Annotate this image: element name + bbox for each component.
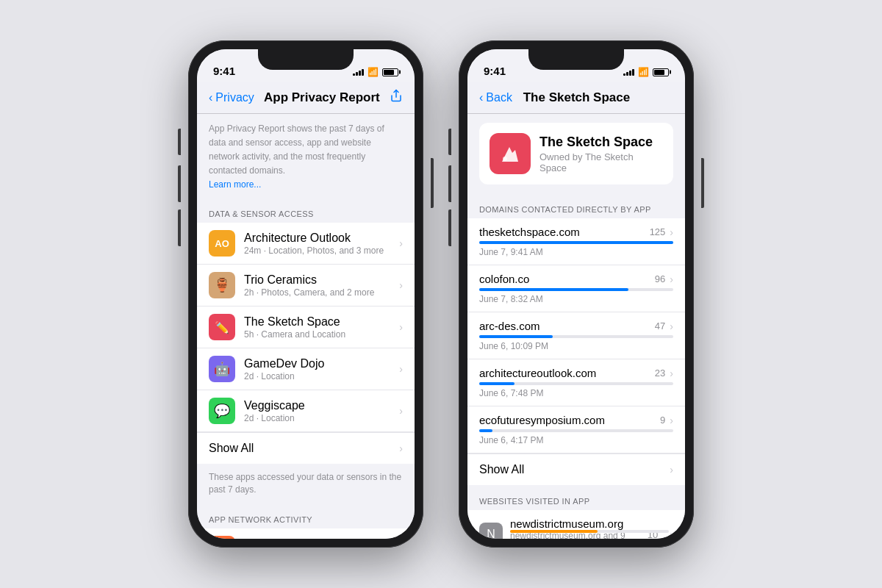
app-info-gamedev: GameDev Dojo 2d · Location [244,357,399,381]
chevron-d1: › [670,273,673,285]
domain-bar-0 [479,241,673,244]
app-icon-gamedev: 🤖 [209,356,235,382]
app-icon-veggi: 💬 [209,398,235,424]
scene: 9:41 📶 ‹ Pri [188,40,694,548]
domain-count-4: 9 [660,415,665,426]
status-time-right: 9:41 [484,65,506,77]
chevron-gamedev: › [399,363,403,375]
website-text-ndm: newdistrictmuseum.org newdistrictmuseum.… [510,517,640,539]
battery-icon-r [653,68,669,76]
app-icon-ndm: NM [209,536,235,539]
share-button[interactable] [390,89,403,106]
domains-list: thesketchspace.com 125 › June 7, 9:41 AM… [467,218,685,485]
domain-count-3: 23 [655,368,665,379]
domain-count-2: 47 [655,320,665,331]
domain-name-3: architectureoutlook.com [479,367,655,379]
domain-bar-2 [479,335,673,338]
chevron-d2: › [670,320,673,332]
phone-right: 9:41 📶 ‹ Bac [459,40,694,548]
back-button-left[interactable]: ‹ Privacy [209,91,254,104]
domain-item-0[interactable]: thesketchspace.com 125 › June 7, 9:41 AM [467,218,685,265]
app-detail-icon [490,133,531,174]
show-all-domains-row[interactable]: Show All › [467,453,685,485]
back-chevron-icon: ‹ [209,91,212,104]
nav-bar-left: ‹ Privacy App Privacy Report [197,82,415,114]
website-item-ndm[interactable]: N newdistrictmuseum.org newdistrictmuseu… [467,510,685,539]
wifi-icon: 📶 [368,67,379,77]
back-chevron-icon-r: ‹ [479,91,483,104]
bar-website-trio [510,530,669,533]
app-name-ao: Architecture Outlook [244,232,399,245]
app-icon-ao: AO [209,230,235,257]
domain-name-2: arc-des.com [479,320,655,332]
app-detail-card: The Sketch Space Owned by The Sketch Spa… [479,123,673,184]
signal-icon-r [623,69,634,76]
section-domains-label: DOMAINS CONTACTED DIRECTLY BY APP [467,193,685,218]
app-name-trio: Trio Ceramics [244,273,399,287]
app-sub-ao: 24m · Location, Photos, and 3 more [244,245,399,256]
description-box: App Privacy Report shows the past 7 days… [197,114,415,198]
domain-date-4: June 6, 4:17 PM [479,435,673,445]
domain-date-3: June 6, 7:48 PM [479,388,673,398]
status-icons-right: 📶 [623,67,669,77]
signal-icon [353,69,364,76]
app-sub-gamedev: 2d · Location [244,371,399,381]
domain-name-1: colofon.co [479,273,655,285]
back-button-right[interactable]: ‹ Back [479,91,512,104]
domain-name-4: ecofuturesymposium.com [479,414,660,426]
app-name-sketch: The Sketch Space [244,315,399,329]
bar-fill-website-trio [510,530,598,533]
domain-count-1: 96 [655,273,665,284]
battery-icon [382,68,398,76]
app-info-sketch: The Sketch Space 5h · Camera and Locatio… [244,315,399,340]
back-label-left[interactable]: Privacy [215,91,254,104]
notch [258,49,354,70]
list-item-veggi[interactable]: 💬 Veggiscape 2d · Location › [197,390,415,432]
show-all-data-label: Show All [209,442,254,455]
list-item-gamedev[interactable]: 🤖 GameDev Dojo 2d · Location › [197,348,415,390]
app-sub-trio: 2h · Photos, Camera, and 2 more [244,287,399,298]
description-text: App Privacy Report shows the past 7 days… [209,123,384,176]
app-icon-trio: 🏺 [209,272,235,298]
show-all-data-row[interactable]: Show All › [197,432,415,464]
domain-item-2[interactable]: arc-des.com 47 › June 6, 10:09 PM [467,312,685,359]
show-all-domains-label: Show All [479,463,524,476]
domain-bar-fill-1 [479,288,628,291]
list-item-ao[interactable]: AO Architecture Outlook 24m · Location, … [197,223,415,265]
section-websites-label: WEBSITES VISITED IN APP [467,485,685,510]
domain-date-1: June 7, 8:32 AM [479,294,673,304]
network-list: NM New District Museum 46 › [197,528,415,539]
domain-bar-4 [479,429,673,432]
back-label-right[interactable]: Back [486,91,512,104]
svg-point-1 [503,157,507,161]
notch-r [528,49,624,70]
chevron-d3: › [670,368,673,379]
content-right: The Sketch Space Owned by The Sketch Spa… [467,114,685,539]
learn-more-link[interactable]: Learn more... [209,179,261,190]
nav-title-right: The Sketch Space [523,90,631,105]
phone-left-screen: 9:41 📶 ‹ Pri [197,49,415,539]
chevron-d0: › [670,226,673,238]
domain-item-3[interactable]: architectureoutlook.com 23 › June 6, 7:4… [467,359,685,406]
list-item-sketch[interactable]: ✏️ The Sketch Space 5h · Camera and Loca… [197,306,415,348]
section-label-network: APP NETWORK ACTIVITY [197,503,415,528]
chevron-trio: › [399,279,403,291]
phone-left: 9:41 📶 ‹ Pri [188,40,423,548]
app-info-veggi: Veggiscape 2d · Location [244,399,399,423]
domain-bar-3 [479,382,673,385]
list-item-trio[interactable]: 🏺 Trio Ceramics 2h · Photos, Camera, and… [197,265,415,306]
status-icons-left: 📶 [353,67,398,77]
domain-item-1[interactable]: colofon.co 96 › June 7, 8:32 AM [467,265,685,312]
chevron-wndm: › [670,528,673,539]
domain-name-0: thesketchspace.com [479,226,650,238]
power-button [431,158,434,208]
chevron-ao: › [399,237,403,249]
domain-item-4[interactable]: ecofuturesymposium.com 9 › June 6, 4:17 … [467,406,685,453]
app-name-gamedev: GameDev Dojo [244,357,399,370]
section-label-data-sensor: DATA & SENSOR ACCESS [197,198,415,223]
network-item-ndm[interactable]: NM New District Museum 46 › [197,528,415,539]
chevron-show-all-domains: › [670,464,673,476]
wifi-icon-r: 📶 [638,67,649,77]
phone-right-screen: 9:41 📶 ‹ Bac [467,49,685,539]
app-icon-sketch: ✏️ [209,314,235,340]
